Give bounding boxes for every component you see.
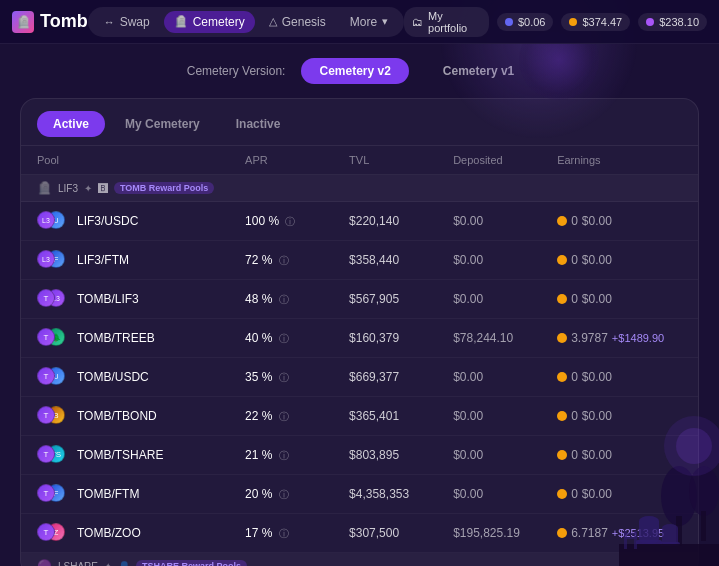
earn-dot <box>557 294 567 304</box>
nav-swap[interactable]: ↔ Swap <box>94 11 160 33</box>
pool-deposited: $0.00 <box>453 253 557 267</box>
table-row[interactable]: T B TOMB/TBOND 22 % ⓘ $365,401 $0.00 0 $… <box>21 397 698 436</box>
apr-info-icon: ⓘ <box>279 489 289 500</box>
earn-dot <box>557 489 567 499</box>
pool-icon-1: T <box>37 445 55 463</box>
balance-3[interactable]: $238.10 <box>638 13 707 31</box>
version-label: Cemetery Version: <box>187 64 286 78</box>
apr-info-icon: ⓘ <box>279 450 289 461</box>
pool-icon-1: L3 <box>37 250 55 268</box>
pool-deposited: $0.00 <box>453 292 557 306</box>
table-row[interactable]: T L3 TOMB/LIF3 48 % ⓘ $567,905 $0.00 0 $… <box>21 280 698 319</box>
nav-cemetery-label: Cemetery <box>193 15 245 29</box>
swap-icon: ↔ <box>104 16 115 28</box>
pool-apr: 40 % ⓘ <box>245 331 349 346</box>
pool-earnings: 3.9787 +$1489.90 <box>557 331 682 345</box>
version-v2-button[interactable]: Cemetery v2 <box>301 58 408 84</box>
table-row[interactable]: T Z TOMB/ZOO 17 % ⓘ $307,500 $195,825.19… <box>21 514 698 553</box>
balance-3-value: $238.10 <box>659 16 699 28</box>
pool-apr: 22 % ⓘ <box>245 409 349 424</box>
app-name: Tomb <box>40 11 88 32</box>
col-apr: APR <box>245 154 349 166</box>
table-header: Pool APR TVL Deposited Earnings <box>21 146 698 175</box>
table-row[interactable]: L3 F LIF3/FTM 72 % ⓘ $358,440 $0.00 0 $0… <box>21 241 698 280</box>
pool-name-tomb-tshare: T TS TOMB/TSHARE <box>37 445 245 465</box>
pool-tvl: $4,358,353 <box>349 487 453 501</box>
pool-icons: T 🌲 <box>37 328 69 348</box>
earn-dot <box>557 411 567 421</box>
pool-apr: 72 % ⓘ <box>245 253 349 268</box>
pool-deposited: $0.00 <box>453 448 557 462</box>
version-v1-button[interactable]: Cemetery v1 <box>425 58 532 84</box>
pool-label: TOMB/TBOND <box>77 409 157 423</box>
col-earnings: Earnings <box>557 154 682 166</box>
earn-dot <box>557 528 567 538</box>
navbar: 🪦 Tomb ↔ Swap 🪦 Cemetery △ Genesis More … <box>0 0 719 44</box>
table-row[interactable]: T U TOMB/USDC 35 % ⓘ $669,377 $0.00 0 $0… <box>21 358 698 397</box>
nav-cemetery[interactable]: 🪦 Cemetery <box>164 11 255 33</box>
pool-label: LIF3/USDC <box>77 214 138 228</box>
main-card: Active My Cemetery Inactive Pool APR TVL… <box>20 98 699 566</box>
portfolio-icon: 🗂 <box>412 16 423 28</box>
apr-info-icon: ⓘ <box>279 411 289 422</box>
pool-icons: T TS <box>37 445 69 465</box>
pool-icon-1: L3 <box>37 211 55 229</box>
pool-icons: L3 F <box>37 250 69 270</box>
pool-name-tomb-treeb: T 🌲 TOMB/TREEB <box>37 328 245 348</box>
earn-dot <box>557 450 567 460</box>
tshare-reward-tag: TSHARE Reward Pools <box>136 560 247 566</box>
pool-earnings: 0 $0.00 <box>557 448 682 462</box>
pool-tvl: $220,140 <box>349 214 453 228</box>
pool-label: TOMB/TREEB <box>77 331 155 345</box>
pool-tvl: $365,401 <box>349 409 453 423</box>
table-row[interactable]: T TS TOMB/TSHARE 21 % ⓘ $803,895 $0.00 0… <box>21 436 698 475</box>
balance-2[interactable]: $374.47 <box>561 13 630 31</box>
apr-info-icon: ⓘ <box>279 255 289 266</box>
balance-2-value: $374.47 <box>582 16 622 28</box>
nav-more[interactable]: More ▾ <box>340 11 398 33</box>
table-row[interactable]: T 🌲 TOMB/TREEB 40 % ⓘ $160,379 $78,244.1… <box>21 319 698 358</box>
apr-info-icon: ⓘ <box>279 294 289 305</box>
pool-icons: T Z <box>37 523 69 543</box>
col-pool: Pool <box>37 154 245 166</box>
pool-earnings: 0 $0.00 <box>557 292 682 306</box>
pool-label: TOMB/ZOO <box>77 526 141 540</box>
portfolio-button[interactable]: 🗂 My portfolio <box>404 7 489 37</box>
nav-genesis[interactable]: △ Genesis <box>259 11 336 33</box>
pool-label: TOMB/USDC <box>77 370 149 384</box>
table-row[interactable]: T F TOMB/FTM 20 % ⓘ $4,358,353 $0.00 0 $… <box>21 475 698 514</box>
pool-earnings: 0 $0.00 <box>557 487 682 501</box>
pool-tvl: $567,905 <box>349 292 453 306</box>
tomb-section-header: 🪦 LIF3 ✦ 🅱 TOMB Reward Pools <box>21 175 698 202</box>
table-row[interactable]: L3 U LIF3/USDC 100 % ⓘ $220,140 $0.00 0 … <box>21 202 698 241</box>
pool-earnings: 0 $0.00 <box>557 214 682 228</box>
balance-3-dot <box>646 18 654 26</box>
genesis-icon: △ <box>269 15 277 28</box>
pool-table: Pool APR TVL Deposited Earnings 🪦 LIF3 ✦… <box>21 146 698 566</box>
tab-inactive[interactable]: Inactive <box>220 111 297 137</box>
logo-icon: 🪦 <box>12 11 34 33</box>
tab-active[interactable]: Active <box>37 111 105 137</box>
earn-dot <box>557 216 567 226</box>
pool-label: TOMB/LIF3 <box>77 292 139 306</box>
nav-more-label: More <box>350 15 377 29</box>
more-chevron-icon: ▾ <box>382 15 388 28</box>
balance-1-dot <box>505 18 513 26</box>
section-icon-1: 🪦 <box>37 181 52 195</box>
balance-1-value: $0.06 <box>518 16 546 28</box>
svg-rect-3 <box>701 511 706 541</box>
balance-1[interactable]: $0.06 <box>497 13 554 31</box>
portfolio-label: My portfolio <box>428 10 481 34</box>
pool-icon-1: T <box>37 523 55 541</box>
apr-info-icon: ⓘ <box>279 528 289 539</box>
nav-swap-label: Swap <box>120 15 150 29</box>
pool-icons: L3 U <box>37 211 69 231</box>
main-nav: ↔ Swap 🪦 Cemetery △ Genesis More ▾ <box>88 7 404 37</box>
pool-icons: T U <box>37 367 69 387</box>
tab-my-cemetery[interactable]: My Cemetery <box>109 111 216 137</box>
pool-name-tomb-tbond: T B TOMB/TBOND <box>37 406 245 426</box>
pool-deposited: $0.00 <box>453 487 557 501</box>
pool-icons: T F <box>37 484 69 504</box>
pool-name-lif3-ftm: L3 F LIF3/FTM <box>37 250 245 270</box>
section-icon-3: 👤 <box>118 561 130 567</box>
